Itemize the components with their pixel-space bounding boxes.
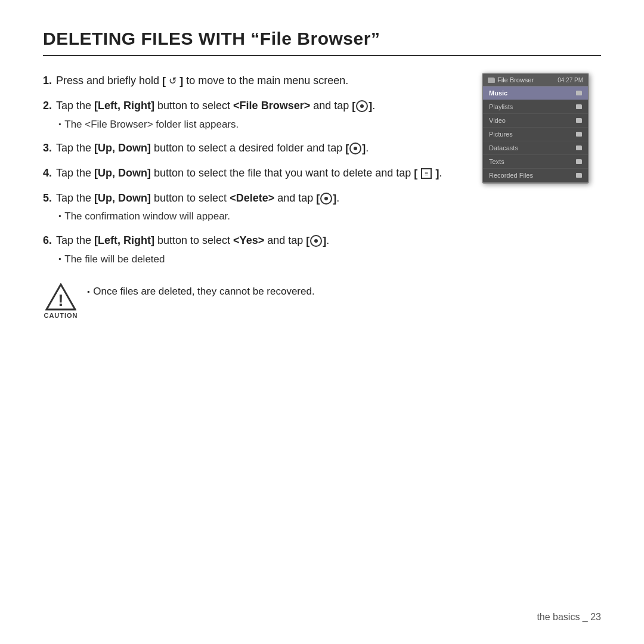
- step-6-bold1: [Left, Right]: [94, 234, 154, 246]
- step-2-bracket-open: [: [352, 100, 355, 112]
- ok-button-dot-6: [314, 239, 318, 243]
- screen-row-pictures: Pictures: [483, 128, 588, 141]
- folder-icon-pictures: [576, 132, 582, 137]
- step-5-bold1: [Up, Down]: [94, 192, 151, 204]
- menu-button-icon: ≡: [421, 168, 432, 179]
- ok-button-dot-3: [354, 147, 357, 150]
- screen-row-recorded: Recorded Files: [483, 169, 588, 182]
- step-4-bold1: [Up, Down]: [94, 167, 151, 179]
- screen-row-label-music: Music: [489, 89, 507, 97]
- folder-icon-texts: [576, 159, 582, 164]
- device-screen: File Browser 04:27 PM Music Playlists Vi…: [482, 73, 589, 184]
- page-footer: the basics _ 23: [537, 612, 601, 623]
- instructions-section: 1. Press and briefly hold [ ↺ ] to move …: [43, 73, 601, 319]
- step-6-bracket-close: ]: [323, 235, 326, 247]
- screen-row-music: Music: [483, 86, 588, 100]
- screen-header-title: File Browser: [488, 76, 534, 83]
- step-2-bold2: <File Browser>: [233, 100, 310, 112]
- step-5-num: 5.: [43, 190, 56, 224]
- step-3-num: 3.: [43, 140, 56, 157]
- step-3-bracket-open: [: [345, 143, 349, 154]
- step-6-sub: The file will be deleted: [58, 252, 463, 267]
- step-6-bracket-open: [: [306, 235, 309, 247]
- step-4: 4. Tap the [Up, Down] button to select t…: [43, 165, 463, 182]
- ok-button-icon-5: [320, 193, 332, 205]
- folder-icon-video: [576, 118, 582, 123]
- ok-button-icon-3: [349, 143, 361, 154]
- step-4-content: Tap the [Up, Down] button to select the …: [56, 165, 463, 182]
- step-2: 2. Tap the [Left, Right] button to selec…: [43, 98, 463, 132]
- step-5-bold2: <Delete>: [230, 192, 274, 204]
- step-5-bracket-open: [: [316, 192, 320, 204]
- page-title: DELETING FILES WITH “File Browser”: [43, 29, 601, 56]
- step-4-num: 4.: [43, 165, 56, 182]
- step-1: 1. Press and briefly hold [ ↺ ] to move …: [43, 73, 463, 89]
- screenshot-column: File Browser 04:27 PM Music Playlists Vi…: [482, 73, 601, 319]
- step-2-bold1: [Left, Right]: [94, 100, 154, 112]
- screen-row-texts: Texts: [483, 155, 588, 169]
- step-6-content: Tap the [Left, Right] button to select <…: [56, 233, 463, 267]
- ok-button-dot-5: [324, 197, 328, 200]
- step-3: 3. Tap the [Up, Down] button to select a…: [43, 140, 463, 157]
- step-5-bracket-close: ]: [333, 192, 336, 204]
- step-2-bracket-close: ]: [369, 100, 372, 112]
- bracket-open-1: [: [162, 75, 166, 87]
- screen-row-playlists: Playlists: [483, 100, 588, 114]
- folder-icon-playlists: [576, 104, 582, 109]
- folder-icon-recorded: [576, 173, 582, 178]
- bracket-close-1: ]: [179, 75, 183, 87]
- step-4-bracket-open: [: [414, 168, 417, 179]
- caution-text: Once files are deleted, they cannot be r…: [87, 283, 315, 298]
- screen-row-label-datacasts: Datacasts: [489, 144, 518, 151]
- step-4-bracket-close: ]: [435, 168, 439, 179]
- screen-time: 04:27 PM: [558, 77, 583, 83]
- step-6-bold2: <Yes>: [233, 234, 264, 246]
- back-arrow-icon: ↺: [169, 76, 177, 86]
- steps-column: 1. Press and briefly hold [ ↺ ] to move …: [43, 73, 463, 319]
- caution-section: ! CAUTION Once files are deleted, they c…: [43, 283, 463, 319]
- screen-title: File Browser: [497, 76, 534, 83]
- step-2-sub: The <File Browser> folder list appears.: [58, 117, 463, 132]
- step-2-content: Tap the [Left, Right] button to select <…: [56, 98, 463, 132]
- folder-icon-datacasts: [576, 145, 582, 150]
- screen-row-video: Video: [483, 114, 588, 128]
- screen-header: File Browser 04:27 PM: [483, 74, 588, 86]
- svg-text:!: !: [58, 291, 63, 309]
- folder-icon: [488, 78, 495, 83]
- screen-row-label-video: Video: [489, 117, 506, 124]
- screen-body: Music Playlists Video Pictures: [483, 86, 588, 182]
- step-3-bracket-close: ]: [362, 143, 366, 154]
- step-6-num: 6.: [43, 233, 56, 267]
- step-5-sub: The confirmation window will appear.: [58, 209, 463, 224]
- screen-row-label-pictures: Pictures: [489, 131, 513, 138]
- caution-label: CAUTION: [44, 312, 78, 319]
- step-3-content: Tap the [Up, Down] button to select a de…: [56, 140, 463, 157]
- screen-row-label-playlists: Playlists: [489, 103, 513, 110]
- step-2-num: 2.: [43, 98, 56, 132]
- ok-button-icon-2: [356, 100, 368, 112]
- screen-row-label-texts: Texts: [489, 158, 504, 165]
- step-3-bold1: [Up, Down]: [94, 142, 151, 154]
- step-1-content: Press and briefly hold [ ↺ ] to move to …: [56, 73, 463, 89]
- step-1-num: 1.: [43, 73, 56, 89]
- step-5: 5. Tap the [Up, Down] button to select <…: [43, 190, 463, 224]
- caution-triangle-icon: !: [45, 283, 76, 311]
- step-6: 6. Tap the [Left, Right] button to selec…: [43, 233, 463, 267]
- ok-button-icon-6: [310, 235, 322, 247]
- ok-button-dot-2: [360, 104, 364, 108]
- screen-row-label-recorded: Recorded Files: [489, 172, 533, 179]
- screen-row-datacasts: Datacasts: [483, 141, 588, 155]
- page-content: DELETING FILES WITH “File Browser” 1. Pr…: [0, 0, 644, 348]
- step-5-content: Tap the [Up, Down] button to select <Del…: [56, 190, 463, 224]
- caution-icon-wrap: ! CAUTION: [43, 283, 79, 319]
- folder-icon-music: [576, 91, 582, 95]
